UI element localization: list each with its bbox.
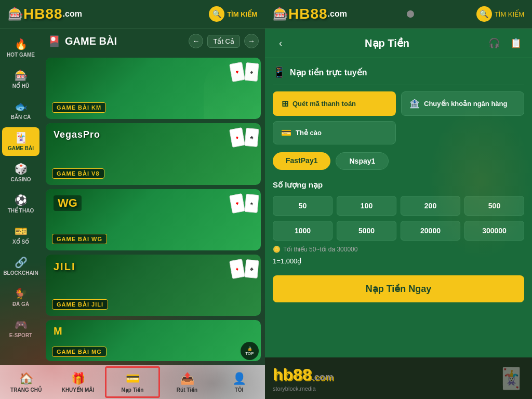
search-icon[interactable]: 🔍 [209, 6, 224, 22]
back-button[interactable]: ‹ [273, 35, 288, 51]
rate-text: 1=1,000₫ [273, 257, 524, 265]
amount-btn-100[interactable]: 100 [337, 196, 396, 216]
divider [273, 85, 524, 85]
amount-btn-200[interactable]: 200 [401, 196, 460, 216]
amount-btn-500[interactable]: 500 [464, 196, 524, 216]
right-search-icon[interactable]: 🔍 [476, 6, 492, 22]
headset-icon-btn[interactable]: 🎧 [486, 35, 502, 51]
logo-suffix: .com [63, 9, 82, 19]
sidebar-item-game-bai[interactable]: 🃏 GAME BÀI [2, 127, 39, 156]
sidebar-label-da-ga: ĐÁ GÀ [12, 301, 29, 308]
rut-tien-icon: 📤 [180, 372, 194, 385]
game-section-header: 🎴 GAME BÀI ← Tất Cả → [42, 29, 265, 54]
main-content: 🔥 HOT GAME 🎰 NỔ HŨ 🐟 BẮN CÁ 🃏 GAME BÀI 🎲… [0, 29, 265, 365]
nav-khuyen-mai[interactable]: 🎁 KHUYẾN MÃI [52, 365, 104, 399]
xo-so-icon: 🎫 [15, 225, 28, 237]
coin-icon: 🪙 [273, 246, 281, 253]
card-km-figure [204, 59, 261, 119]
game-card-km[interactable]: ♥ ♠ GAME BÀI KM [46, 58, 261, 119]
card-wg-logo: WG [54, 195, 82, 211]
sidebar-item-no-hu[interactable]: 🎰 NỔ HŨ [2, 65, 39, 94]
sidebar-item-the-thao[interactable]: ⚽ THỂ THAO [2, 190, 39, 218]
bank-icon: 🏦 [409, 99, 420, 109]
header-icons: 🎧 📋 [486, 35, 524, 51]
card-v8-mini-red: ♦ [229, 127, 245, 148]
game-card-wg[interactable]: WG ♥ ♠ GAME BÀI WG [46, 189, 261, 250]
nav-toi[interactable]: 👤 TÔI [213, 365, 265, 399]
sidebar: 🔥 HOT GAME 🎰 NỔ HŨ 🐟 BẮN CÁ 🃏 GAME BÀI 🎲… [0, 29, 42, 365]
qr-icon: ⊞ [282, 99, 288, 109]
sidebar-label-game-bai: GAME BÀI [8, 145, 34, 152]
game-nav-next[interactable]: → [244, 34, 259, 48]
e-sport-icon: 🎮 [15, 318, 28, 331]
amount-btn-1000[interactable]: 1000 [273, 221, 332, 241]
amount-grid-row1: 50 100 200 500 [273, 196, 524, 216]
tat-ca-button[interactable]: Tất Cả [207, 35, 240, 48]
sidebar-label-ban-ca: BẮN CÁ [11, 114, 31, 121]
right-logo: 🎰 HB88 .com [273, 6, 347, 22]
sidebar-label-blockchain: BLOCKCHAIN [3, 270, 38, 276]
nap-tien-body: 📱 Nạp tiền trực tuyến ⊞ Quét mã thanh to… [265, 58, 532, 357]
amount-btn-50[interactable]: 50 [273, 196, 332, 216]
card-jili-logo: JILI [54, 261, 75, 273]
sidebar-item-xo-so[interactable]: 🎫 XỔ SỐ [2, 221, 39, 249]
bank-transfer-btn[interactable]: 🏦 Chuyển khoản ngân hàng [401, 91, 524, 116]
status-dot [407, 10, 414, 18]
game-nav-prev[interactable]: ← [189, 34, 203, 48]
game-header-icon: 🎴 [48, 35, 61, 47]
fastpay1-label: FastPay1 [286, 156, 317, 165]
game-card-mg[interactable]: M GAME BÀI MG [46, 320, 261, 361]
nap-tien-now-button[interactable]: Nạp Tiền Ngay [273, 275, 524, 302]
search-label: TÌM KIẾM [227, 10, 257, 18]
sidebar-item-hot-game[interactable]: 🔥 HOT GAME [2, 34, 39, 62]
right-search-area[interactable]: 🔍 TÌM KIẾM [476, 6, 524, 22]
qr-label: Quét mã thanh toán [292, 100, 356, 108]
left-search-area[interactable]: 🔍 TÌM KIẾM [209, 6, 257, 22]
nap-tien-nav-icon: 💳 [126, 372, 140, 385]
card-icon: 💳 [281, 128, 291, 138]
game-card-v8-label: GAME BÀI V8 [52, 168, 104, 179]
history-icon: 📋 [510, 37, 522, 49]
game-card-jili-label: GAME BÀI JILI [52, 299, 108, 310]
sidebar-item-casino[interactable]: 🎲 CASINO [2, 158, 39, 187]
footer-logo: hb88.com [273, 365, 334, 384]
footer-logo-area: hb88.com storyblock.media [273, 365, 334, 392]
nap-tien-panel: ‹ Nạp Tiền 🎧 📋 📱 Nạp tiền trực tuyến [265, 29, 532, 357]
nav-rut-tien[interactable]: 📤 Rút Tiền [161, 365, 213, 399]
sidebar-item-da-ga[interactable]: 🐓 ĐÁ GÀ [2, 283, 39, 312]
gift-icon: 🎁 [71, 372, 85, 385]
left-panel: 🎰 HB88 .com 🔍 TÌM KIẾM 🔥 HOT GAME 🎰 NỔ H… [0, 0, 265, 399]
sidebar-label-e-sport: E-SPORT [9, 332, 32, 339]
right-logo-icon: 🎰 [273, 7, 288, 21]
history-icon-btn[interactable]: 📋 [508, 35, 524, 51]
nspay1-label: Nspay1 [349, 157, 375, 165]
sidebar-label-xo-so: XỔ SỐ [12, 239, 29, 245]
sidebar-item-e-sport[interactable]: 🎮 E-SPORT [2, 314, 39, 343]
card-v8-deco: ♦ ♣ [231, 128, 258, 147]
card-jili-mini-red: ♦ [229, 259, 245, 279]
top-button[interactable]: 🔒 TOP [241, 342, 259, 360]
nav-trang-chu[interactable]: 🏠 TRANG CHỦ [0, 365, 52, 399]
card-jili-deco: ♦ ♣ [231, 260, 258, 278]
footer-logo-suffix: .com [312, 372, 334, 382]
fastpay1-tab[interactable]: FastPay1 [273, 152, 330, 170]
nspay1-tab[interactable]: Nspay1 [336, 152, 389, 170]
qr-payment-btn[interactable]: ⊞ Quét mã thanh toán [273, 91, 396, 116]
lock-icon: 🔒 [247, 347, 252, 351]
bank-label: Chuyển khoản ngân hàng [424, 100, 507, 108]
sidebar-item-ban-ca[interactable]: 🐟 BẮN CÁ [2, 96, 39, 125]
nav-nap-tien[interactable]: 💳 Nạp Tiền [105, 366, 160, 398]
right-header: 🎰 HB88 .com 🔍 TÌM KIẾM [265, 0, 532, 29]
amount-btn-5000[interactable]: 5000 [337, 221, 396, 241]
game-bai-icon: 🃏 [15, 131, 28, 144]
bottom-navigation: 🏠 TRANG CHỦ 🎁 KHUYẾN MÃI 💳 Nạp Tiền 📤 Rú… [0, 365, 265, 399]
amount-btn-20000[interactable]: 20000 [401, 221, 460, 241]
game-card-v8[interactable]: VegasPro ♦ ♣ GAME BÀI V8 [46, 123, 261, 184]
game-card-jili[interactable]: JILI ♦ ♣ GAME BÀI JILI [46, 255, 261, 316]
hot-game-icon: 🔥 [15, 38, 28, 50]
amount-btn-300000[interactable]: 300000 [464, 221, 524, 241]
storyblock-text: storyblock.media [273, 385, 334, 392]
sidebar-item-blockchain[interactable]: 🔗 BLOCKCHAIN [2, 252, 39, 281]
min-max-text: 🪙 Tối thiểu 50~tối đa 300000 [273, 246, 524, 253]
the-cao-btn[interactable]: 💳 Thẻ cào [273, 121, 396, 144]
